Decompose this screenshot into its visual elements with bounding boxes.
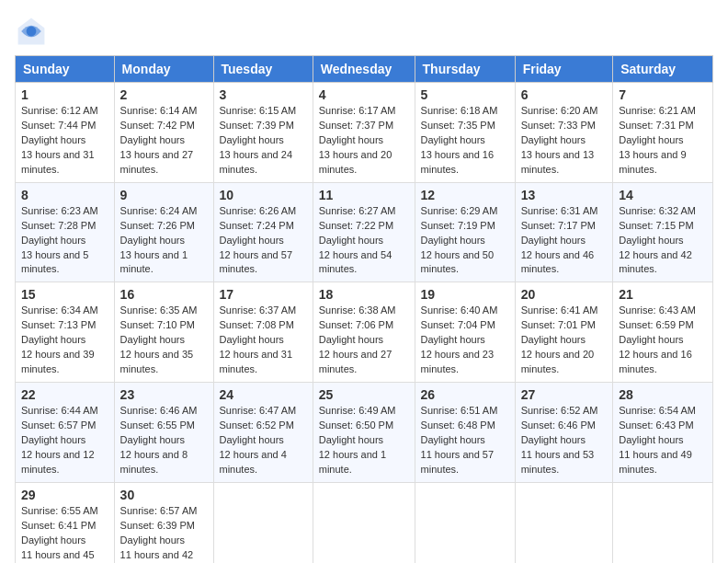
calendar-row-2: 8 Sunrise: 6:23 AM Sunset: 7:28 PM Dayli… [16,182,713,282]
sunrise-label: Sunrise: 6:57 AM [120,505,198,516]
day-number: 2 [120,87,208,102]
sunrise-label: Sunrise: 6:52 AM [521,405,598,416]
daylight-label: Daylight hours [21,434,85,445]
calendar-cell [613,482,713,563]
day-info: Sunrise: 6:35 AM Sunset: 7:10 PM Dayligh… [120,304,208,377]
sunset-label: Sunset: 7:24 PM [220,220,294,231]
daylight-duration: 12 hours and 8 minutes. [120,449,188,475]
day-number: 13 [521,188,608,202]
calendar-body: 1 Sunrise: 6:12 AM Sunset: 7:44 PM Dayli… [16,83,713,564]
day-info: Sunrise: 6:38 AM Sunset: 7:06 PM Dayligh… [319,304,409,377]
day-number: 15 [21,287,108,302]
sunrise-label: Sunrise: 6:51 AM [421,405,498,416]
sunset-label: Sunset: 7:37 PM [319,120,393,131]
sunrise-label: Sunrise: 6:20 AM [521,105,598,116]
calendar-cell: 14 Sunrise: 6:32 AM Sunset: 7:15 PM Dayl… [613,182,713,282]
daylight-label: Daylight hours [120,434,185,445]
day-number: 28 [619,387,707,402]
sunset-label: Sunset: 7:42 PM [120,120,195,131]
sunset-label: Sunset: 7:01 PM [521,319,596,330]
day-number: 21 [619,287,707,302]
calendar-cell: 9 Sunrise: 6:24 AM Sunset: 7:26 PM Dayli… [114,182,213,282]
day-number: 12 [421,188,509,202]
sunset-label: Sunset: 6:41 PM [21,520,96,531]
calendar-row-3: 15 Sunrise: 6:34 AM Sunset: 7:13 PM Dayl… [16,282,713,383]
sunrise-label: Sunrise: 6:27 AM [319,205,396,216]
calendar-cell: 19 Sunrise: 6:40 AM Sunset: 7:04 PM Dayl… [415,282,515,383]
page-header [15,15,713,48]
sunset-label: Sunset: 7:15 PM [619,220,693,231]
calendar-cell: 7 Sunrise: 6:21 AM Sunset: 7:31 PM Dayli… [613,83,713,183]
daylight-label: Daylight hours [220,235,284,246]
daylight-duration: 13 hours and 9 minutes. [619,149,686,175]
calendar-cell: 12 Sunrise: 6:29 AM Sunset: 7:19 PM Dayl… [415,182,515,282]
sunrise-label: Sunrise: 6:21 AM [619,105,696,116]
day-number: 7 [619,87,707,102]
sunrise-label: Sunrise: 6:44 AM [21,405,98,416]
daylight-duration: 12 hours and 12 minutes. [21,449,95,475]
calendar-cell: 25 Sunrise: 6:49 AM Sunset: 6:50 PM Dayl… [313,383,415,483]
day-info: Sunrise: 6:32 AM Sunset: 7:15 PM Dayligh… [619,204,707,278]
calendar-cell: 28 Sunrise: 6:54 AM Sunset: 6:43 PM Dayl… [613,383,713,483]
daylight-label: Daylight hours [319,334,383,345]
day-number: 4 [319,87,409,102]
daylight-label: Daylight hours [21,134,85,145]
calendar-cell: 30 Sunrise: 6:57 AM Sunset: 6:39 PM Dayl… [114,482,213,563]
day-info: Sunrise: 6:40 AM Sunset: 7:04 PM Dayligh… [421,304,509,377]
day-number: 14 [619,188,707,202]
daylight-duration: 12 hours and 4 minutes. [220,449,287,475]
sunset-label: Sunset: 6:52 PM [220,419,294,431]
day-number: 6 [521,87,608,102]
sunset-label: Sunset: 7:19 PM [421,220,495,231]
sunrise-label: Sunrise: 6:17 AM [319,105,396,116]
daylight-duration: 13 hours and 13 minutes. [521,149,595,175]
calendar-cell: 4 Sunrise: 6:17 AM Sunset: 7:37 PM Dayli… [313,83,415,183]
daylight-label: Daylight hours [21,534,85,546]
day-header-friday: Friday [515,56,613,83]
day-info: Sunrise: 6:24 AM Sunset: 7:26 PM Dayligh… [120,204,208,278]
day-header-monday: Monday [114,56,213,83]
daylight-duration: 12 hours and 20 minutes. [521,349,595,374]
daylight-label: Daylight hours [120,235,185,246]
sunrise-label: Sunrise: 6:31 AM [521,205,598,216]
sunset-label: Sunset: 6:46 PM [521,419,596,431]
daylight-label: Daylight hours [521,134,586,145]
sunrise-label: Sunrise: 6:14 AM [120,105,198,116]
daylight-duration: 12 hours and 42 minutes. [619,249,692,275]
day-number: 23 [120,387,208,402]
day-info: Sunrise: 6:14 AM Sunset: 7:42 PM Dayligh… [120,104,208,178]
sunset-label: Sunset: 6:39 PM [120,520,195,531]
daylight-label: Daylight hours [220,334,284,345]
sunset-label: Sunset: 7:28 PM [21,220,96,231]
daylight-label: Daylight hours [619,434,683,445]
sunrise-label: Sunrise: 6:29 AM [421,205,498,216]
daylight-duration: 11 hours and 42 minutes. [120,549,194,563]
calendar-cell: 26 Sunrise: 6:51 AM Sunset: 6:48 PM Dayl… [415,383,515,483]
day-header-sunday: Sunday [16,56,115,83]
calendar-cell: 3 Sunrise: 6:15 AM Sunset: 7:39 PM Dayli… [213,83,313,183]
sunrise-label: Sunrise: 6:40 AM [421,304,498,316]
sunset-label: Sunset: 7:17 PM [521,220,596,231]
daylight-label: Daylight hours [120,134,185,145]
sunset-label: Sunset: 7:26 PM [120,220,195,231]
day-info: Sunrise: 6:31 AM Sunset: 7:17 PM Dayligh… [521,204,608,278]
daylight-label: Daylight hours [319,434,383,445]
sunrise-label: Sunrise: 6:15 AM [220,105,297,116]
day-info: Sunrise: 6:26 AM Sunset: 7:24 PM Dayligh… [220,204,307,278]
calendar-row-5: 29 Sunrise: 6:55 AM Sunset: 6:41 PM Dayl… [16,482,713,563]
calendar-cell: 29 Sunrise: 6:55 AM Sunset: 6:41 PM Dayl… [16,482,115,563]
day-info: Sunrise: 6:18 AM Sunset: 7:35 PM Dayligh… [421,104,509,178]
daylight-label: Daylight hours [319,235,383,246]
day-header-saturday: Saturday [613,56,713,83]
sunset-label: Sunset: 7:04 PM [421,319,495,330]
sunset-label: Sunset: 7:08 PM [220,319,294,330]
sunset-label: Sunset: 7:13 PM [21,319,96,330]
sunset-label: Sunset: 7:33 PM [521,120,596,131]
daylight-duration: 11 hours and 49 minutes. [619,449,692,475]
calendar-cell: 20 Sunrise: 6:41 AM Sunset: 7:01 PM Dayl… [515,282,613,383]
day-number: 11 [319,188,409,202]
daylight-label: Daylight hours [619,235,683,246]
calendar-cell: 5 Sunrise: 6:18 AM Sunset: 7:35 PM Dayli… [415,83,515,183]
day-number: 29 [21,488,108,502]
daylight-label: Daylight hours [521,434,586,445]
